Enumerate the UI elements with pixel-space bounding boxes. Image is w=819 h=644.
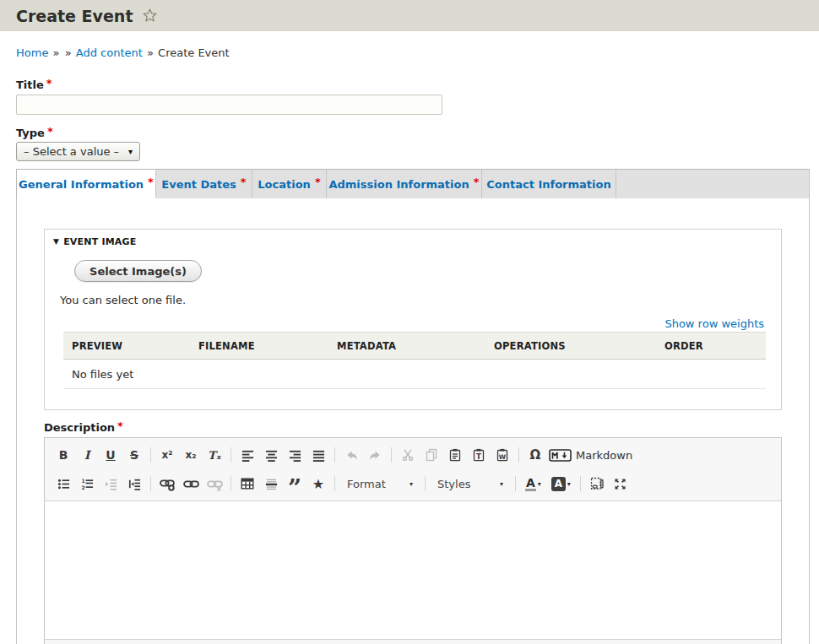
files-table: PREVIEW FILENAME METADATA OPERATIONS ORD…: [63, 332, 766, 389]
maximize-button[interactable]: [610, 474, 632, 494]
svg-text:2: 2: [81, 484, 84, 490]
special-character-button[interactable]: Ω: [524, 445, 546, 465]
toolbar-separator: [334, 476, 335, 491]
tab-general-information[interactable]: General Information*: [17, 170, 156, 198]
toolbar-separator: [515, 476, 516, 491]
add-link-button[interactable]: [156, 474, 178, 494]
subscript-button[interactable]: x₂: [180, 445, 202, 465]
copy-button: [420, 445, 442, 465]
editor-content-area[interactable]: [45, 501, 781, 640]
dropdown-arrow-icon: ▾: [410, 480, 413, 488]
description-label: Description*: [44, 421, 809, 434]
tab-panel-general-information: ▼EVENT IMAGE Select Image(s) You can sel…: [16, 198, 810, 644]
toolbar-separator: [150, 447, 151, 463]
numbered-list-button[interactable]: 1 2: [76, 474, 98, 494]
event-image-legend[interactable]: ▼EVENT IMAGE: [53, 236, 766, 247]
svg-text:W: W: [499, 453, 507, 461]
align-center-button[interactable]: [260, 445, 282, 465]
toolbar-separator: [580, 476, 581, 491]
type-select[interactable]: – Select a value – ▾: [16, 142, 140, 161]
toolbar-separator: [518, 447, 519, 463]
toolbar-separator: [231, 447, 231, 463]
select-arrow-icon: ▾: [128, 147, 133, 156]
paste-button[interactable]: [444, 445, 466, 465]
background-color-button[interactable]: A ▾: [548, 477, 574, 491]
format-dropdown[interactable]: Format ▾: [344, 474, 416, 494]
tabs-container: General Information* Event Dates* Locati…: [16, 169, 810, 644]
toolbar-separator: [334, 447, 335, 463]
underline-button[interactable]: U: [100, 445, 122, 465]
column-header-preview: PREVIEW: [63, 333, 190, 360]
column-header-metadata: METADATA: [328, 333, 485, 360]
styles-dropdown[interactable]: Styles ▾: [434, 474, 507, 494]
bulleted-list-button[interactable]: [52, 474, 74, 494]
markdown-button[interactable]: Markdown: [549, 448, 632, 463]
unlink-button: [203, 474, 225, 494]
justify-button[interactable]: [307, 445, 329, 465]
tab-contact-information[interactable]: Contact Information: [482, 170, 616, 198]
breadcrumb: Home » » Add content » Create Event: [16, 46, 230, 59]
markdown-button-label: Markdown: [576, 449, 632, 462]
page-title: Create Event: [16, 7, 133, 25]
page-header: Create Event: [0, 0, 819, 31]
bold-button[interactable]: B: [52, 445, 74, 465]
title-label: Title*: [16, 78, 52, 91]
breadcrumb-separator: »: [52, 46, 61, 59]
tab-location[interactable]: Location*: [252, 170, 327, 198]
text-color-button[interactable]: A ▾: [522, 477, 545, 491]
breadcrumb-home-link[interactable]: Home: [16, 46, 48, 59]
paste-from-word-button[interactable]: W: [491, 445, 513, 465]
svg-text:T: T: [476, 452, 481, 461]
tab-strip-filler: [616, 170, 809, 198]
horizontal-rule-button[interactable]: [260, 474, 282, 494]
format-dropdown-label: Format: [347, 478, 386, 490]
column-header-filename: FILENAME: [190, 333, 328, 360]
align-right-button[interactable]: [284, 445, 306, 465]
show-row-weights-link[interactable]: Show row weights: [664, 317, 764, 330]
type-label: Type*: [16, 127, 53, 139]
remove-format-button[interactable]: Tₓ: [203, 445, 225, 465]
description-editor: B I U S x² x₂ Tₓ: [44, 437, 782, 644]
type-select-value: – Select a value –: [24, 145, 119, 158]
empty-files-message: No files yet: [63, 360, 766, 389]
breadcrumb-add-content-link[interactable]: Add content: [76, 46, 143, 59]
svg-text:1: 1: [81, 478, 84, 484]
column-header-operations: OPERATIONS: [485, 333, 656, 360]
superscript-button[interactable]: x²: [156, 445, 178, 465]
tab-event-dates[interactable]: Event Dates*: [156, 170, 252, 198]
indent-button[interactable]: [123, 474, 145, 494]
insert-star-button[interactable]: ★: [307, 474, 329, 494]
column-header-order: ORDER: [656, 333, 766, 360]
editor-toolbar: B I U S x² x₂ Tₓ: [45, 438, 781, 501]
cut-button: [397, 445, 419, 465]
italic-button[interactable]: I: [76, 445, 98, 465]
editor-bottom-bar: [45, 640, 781, 644]
strikethrough-button[interactable]: S: [123, 445, 145, 465]
title-input[interactable]: [16, 95, 442, 115]
redo-button: [364, 445, 386, 465]
table-button[interactable]: [236, 474, 258, 494]
align-left-button[interactable]: [236, 445, 258, 465]
dropdown-arrow-icon: ▾: [500, 480, 503, 488]
required-asterisk: *: [117, 419, 123, 432]
file-help-text: You can select one file.: [60, 294, 766, 306]
toolbar-separator: [425, 476, 426, 491]
toolbar-separator: [231, 476, 231, 491]
breadcrumb-separator: »: [64, 46, 73, 59]
outdent-button: [100, 474, 122, 494]
required-asterisk: *: [46, 77, 52, 89]
required-asterisk: *: [47, 125, 53, 138]
styles-dropdown-label: Styles: [437, 478, 470, 490]
dropdown-arrow-icon: ▾: [538, 480, 541, 488]
blockquote-button[interactable]: ”: [284, 474, 306, 494]
select-images-button[interactable]: Select Image(s): [74, 260, 202, 282]
collapse-triangle-icon: ▼: [53, 237, 59, 246]
breadcrumb-current: Create Event: [158, 46, 230, 59]
link-button[interactable]: [180, 474, 202, 494]
toolbar-row-1: B I U S x² x₂ Tₓ: [52, 441, 774, 469]
undo-button: [340, 445, 362, 465]
show-blocks-button[interactable]: [586, 474, 608, 494]
tab-admission-information[interactable]: Admission Information*: [327, 170, 482, 198]
favorite-star-icon[interactable]: [142, 8, 158, 24]
paste-plain-text-button[interactable]: T: [468, 445, 490, 465]
